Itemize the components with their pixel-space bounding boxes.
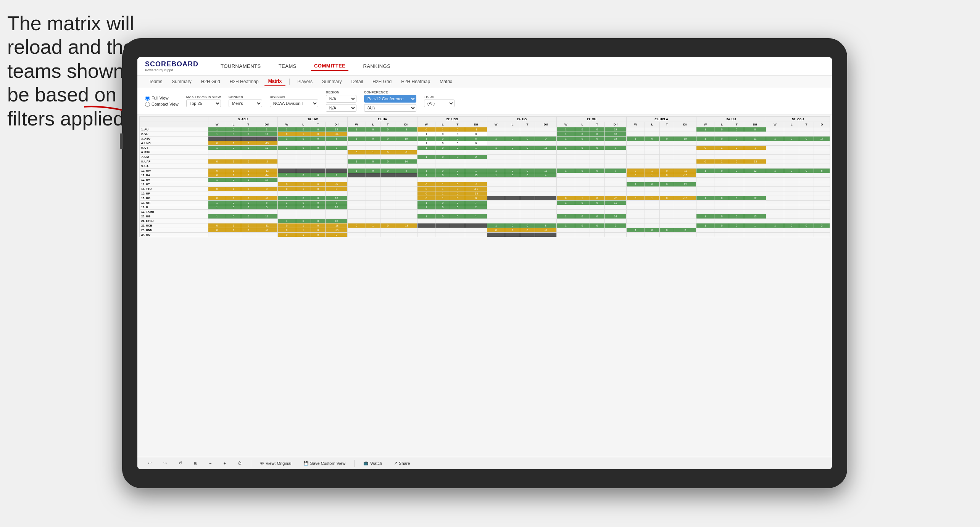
matrix-cell-11-4-2 [520, 178, 535, 182]
sub-nav-summary[interactable]: Summary [168, 77, 195, 86]
sub-nav-players[interactable]: Players [293, 77, 316, 86]
table-row: 18. U1005100161002 [140, 205, 830, 210]
matrix-cell-4-6-1 [645, 146, 659, 150]
compact-view-radio[interactable]: Compact View [145, 102, 179, 107]
share-label: Share [399, 461, 410, 466]
sub-dif-6: Dif [604, 122, 627, 127]
matrix-cell-13-2-1 [366, 187, 380, 191]
matrix-cell-9-7-3: 12 [744, 169, 766, 173]
sub-l-4: L [435, 122, 450, 127]
matrix-cell-16-0-2: 0 [241, 201, 256, 205]
sub-nav-teams[interactable]: Teams [145, 77, 166, 86]
sub-nav-detail[interactable]: Detail [347, 77, 367, 86]
matrix-cell-23-7-3 [744, 233, 766, 237]
sub-nav-players-matrix[interactable]: Matrix [436, 77, 456, 86]
region-select[interactable]: N/A (All) [326, 95, 356, 103]
sub-nav-h2h-grid[interactable]: H2H Grid [197, 77, 224, 86]
conference-select[interactable]: Pac-12 Conference (All) [364, 95, 416, 103]
undo-btn[interactable]: ↩ [145, 460, 155, 467]
matrix-cell-22-1-3: -19 [326, 228, 348, 233]
sub-nav-players-h2h-grid[interactable]: H2H Grid [369, 77, 395, 86]
compact-view-radio-input[interactable] [145, 102, 150, 107]
matrix-cell-0-5-1: 0 [575, 127, 590, 132]
matrix-cell-2-2-1: 0 [366, 137, 380, 141]
matrix-cell-9-8-0: 1 [766, 169, 784, 173]
share-btn[interactable]: ↗ Share [391, 460, 413, 467]
matrix-cell-7-2-0: 1 [348, 159, 366, 164]
matrix-cell-20-7-0 [696, 219, 714, 223]
gender-select[interactable]: Men's Women's [229, 100, 262, 107]
reset-btn[interactable]: ↺ [176, 460, 185, 467]
sub-l-7: L [645, 122, 659, 127]
matrix-cell-22-4-2: 0 [520, 228, 535, 233]
matrix-cell-1-4-0 [487, 132, 505, 137]
sub-nav-players-h2h-heatmap[interactable]: H2H Heatmap [397, 77, 434, 86]
nav-rankings[interactable]: RANKINGS [360, 62, 393, 71]
matrix-cell-15-5-1: 1 [575, 196, 590, 201]
gender-label: Gender [229, 95, 262, 99]
sub-t-2: T [311, 122, 326, 127]
matrix-cell-22-8-2 [799, 228, 814, 233]
matrix-cell-19-5-1: 0 [575, 214, 590, 219]
matrix-cell-5-2-3: -2 [395, 150, 417, 155]
division-select[interactable]: NCAA Division I NCAA Division II NCAA Di… [270, 100, 318, 107]
matrix-cell-3-7-0 [696, 141, 714, 146]
nav-committee[interactable]: COMMITTEE [311, 61, 349, 71]
matrix-cell-15-5-0: 0 [557, 196, 575, 201]
matrix-cell-14-4-2 [520, 191, 535, 196]
matrix-cell-12-4-3 [535, 182, 557, 187]
zoom-out-btn[interactable]: − [206, 460, 214, 467]
matrix-cell-16-4-1 [505, 201, 520, 205]
matrix-cell-5-1-3 [326, 150, 348, 155]
matrix-cell-12-6-3: 12 [674, 182, 696, 187]
matrix-cell-0-6-0 [627, 127, 645, 132]
nav-teams[interactable]: TEAMS [276, 62, 300, 71]
matrix-cell-23-0-1 [226, 233, 241, 237]
division-label: Division [270, 95, 318, 99]
save-custom-view-btn[interactable]: 💾 Save Custom View [300, 460, 349, 467]
region-select-2[interactable]: N/A [326, 104, 356, 112]
matrix-cell-7-6-1 [645, 159, 659, 164]
matrix-cell-8-8-3 [814, 164, 830, 169]
matrix-cell-22-6-2: 0 [659, 228, 674, 233]
row-header-19: 20. UG [140, 214, 208, 219]
matrix-cell-4-0-2: 0 [241, 146, 256, 150]
matrix-cell-0-8-2 [799, 127, 814, 132]
max-teams-select[interactable]: Top 25 Top 50 All [186, 100, 221, 107]
view-original-btn[interactable]: 👁 View: Original [257, 460, 295, 467]
matrix-corner-header [140, 117, 208, 122]
zoom-fit-btn[interactable]: ⊞ [191, 460, 200, 467]
matrix-cell-0-5-3: 18 [604, 127, 627, 132]
matrix-cell-11-5-0 [557, 178, 575, 182]
logo-title: SCOREBOARD [145, 60, 198, 68]
matrix-content[interactable]: 3. ASU 10. UW 11. UA 22. UCB 24. UO 27. … [137, 114, 832, 457]
matrix-cell-19-8-3 [814, 214, 830, 219]
timer-btn[interactable]: ⏱ [235, 460, 245, 467]
matrix-cell-3-5-3 [604, 141, 627, 146]
team-select[interactable]: (All) [424, 100, 455, 107]
col-header-ucla: 31. UCLA [627, 117, 696, 122]
matrix-cell-19-4-0 [487, 214, 505, 219]
redo-btn[interactable]: ↪ [160, 460, 170, 467]
watch-icon: 📺 [363, 461, 369, 466]
full-view-radio-input[interactable] [145, 96, 150, 101]
sub-nav-h2h-heatmap[interactable]: H2H Heatmap [226, 77, 263, 86]
row-header-11: 12. UV [140, 178, 208, 182]
matrix-cell-15-6-2: 0 [659, 196, 674, 201]
matrix-cell-17-7-3 [744, 205, 766, 210]
nav-tournaments[interactable]: TOURNAMENTS [218, 62, 264, 71]
row-header-21: 22. UCB [140, 223, 208, 228]
matrix-cell-0-6-1 [645, 127, 659, 132]
sub-nav-matrix[interactable]: Matrix [264, 77, 285, 86]
matrix-cell-6-2-0 [348, 155, 366, 159]
matrix-cell-1-3-0: 1 [417, 132, 435, 137]
conference-select-2[interactable]: (All) [364, 104, 416, 112]
matrix-cell-5-3-2 [450, 150, 465, 155]
zoom-in-btn[interactable]: + [220, 460, 229, 467]
matrix-cell-22-3-1 [435, 228, 450, 233]
watch-btn[interactable]: 📺 Watch [360, 460, 385, 467]
full-view-radio[interactable]: Full View [145, 96, 179, 101]
sub-nav-players-summary[interactable]: Summary [318, 77, 345, 86]
matrix-cell-21-8-2: 0 [799, 223, 814, 228]
matrix-cell-19-3-3: 1 [465, 214, 487, 219]
